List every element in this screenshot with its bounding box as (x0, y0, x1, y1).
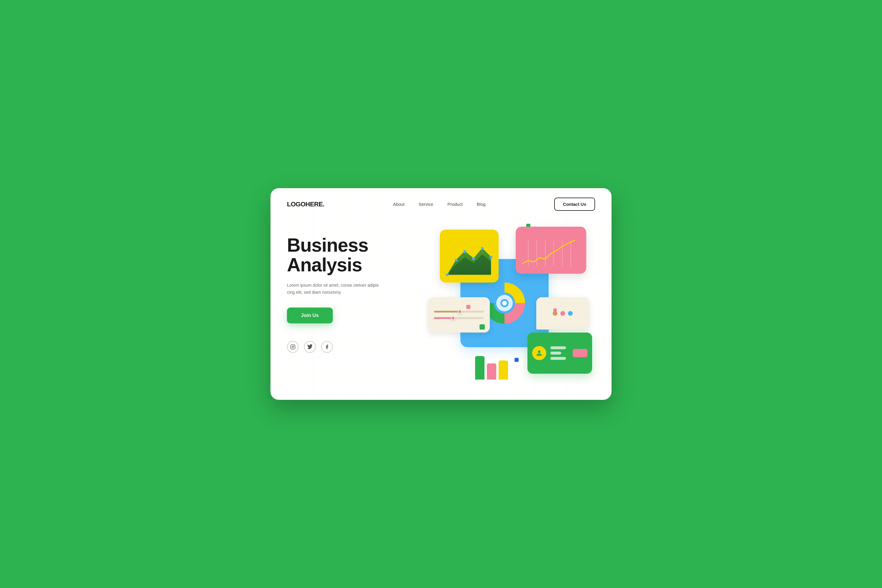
logo: LOGOHERE. (287, 201, 325, 208)
id-pink-box (573, 349, 587, 357)
area-chart-svg (444, 243, 494, 278)
svg-point-15 (472, 257, 475, 260)
hero-title: Business Analysis (287, 236, 410, 275)
nav-link-service[interactable]: Service (418, 202, 434, 207)
svg-point-2 (294, 345, 294, 346)
area-chart-card (440, 230, 499, 282)
slider-thumb-1[interactable] (458, 310, 462, 314)
svg-point-12 (446, 273, 449, 276)
nav-item-service[interactable]: Service (418, 202, 434, 207)
nav-item-blog[interactable]: Blog (477, 202, 486, 207)
deco-square-7 (514, 358, 519, 362)
chat-bubble-card (536, 297, 589, 330)
svg-point-28 (538, 351, 540, 353)
nav-links: About Service Product Blog (393, 202, 486, 207)
chat-dot-3 (568, 311, 573, 316)
main-content: Business Analysis Lorem ipsum dolor sit … (270, 218, 612, 397)
bar-3 (499, 360, 508, 380)
svg-rect-0 (291, 345, 295, 349)
navigation: LOGOHERE. About Service Product Blog Con… (270, 188, 612, 218)
slider-track-1 (434, 311, 484, 312)
hero-subtitle: Lorem ipsum dolor sit amet, conse ctetue… (287, 282, 381, 296)
deco-square-5 (480, 324, 485, 330)
nav-link-product[interactable]: Product (447, 202, 463, 207)
nav-item-product[interactable]: Product (447, 202, 463, 207)
id-avatar (532, 346, 546, 360)
id-lines (550, 346, 568, 360)
svg-point-14 (464, 250, 466, 253)
contact-button[interactable]: Contact Us (554, 198, 595, 211)
bar-1 (475, 356, 484, 380)
bar-chart (475, 350, 508, 380)
svg-point-27 (502, 301, 507, 306)
slider-fill-1 (434, 311, 462, 312)
bar-2 (487, 363, 496, 380)
deco-square-6 (466, 305, 470, 309)
instagram-icon[interactable] (287, 341, 299, 353)
svg-point-17 (489, 256, 492, 259)
nav-item-about[interactable]: About (393, 202, 405, 207)
line-chart-card (516, 226, 586, 274)
line-chart-svg (520, 237, 582, 270)
id-line-2 (550, 352, 561, 355)
join-button[interactable]: Join Us (287, 308, 333, 323)
right-panel (422, 221, 595, 386)
id-line-3 (550, 357, 566, 360)
twitter-icon[interactable] (304, 341, 316, 353)
id-card (527, 333, 592, 374)
main-card: LOGOHERE. About Service Product Blog Con… (270, 188, 612, 400)
svg-point-1 (292, 346, 294, 348)
id-line-1 (550, 346, 566, 349)
left-panel: Business Analysis Lorem ipsum dolor sit … (287, 224, 410, 353)
slider-track-2 (434, 317, 484, 319)
nav-link-blog[interactable]: Blog (477, 202, 486, 207)
nav-link-about[interactable]: About (393, 202, 405, 207)
facebook-icon[interactable] (321, 341, 333, 353)
social-icons (287, 341, 410, 353)
svg-point-13 (455, 259, 458, 262)
deco-square-8 (553, 308, 557, 312)
svg-point-16 (481, 247, 484, 250)
chat-dot-2 (560, 311, 565, 316)
slider-thumb-2[interactable] (451, 316, 455, 320)
avatar-icon (535, 349, 543, 357)
